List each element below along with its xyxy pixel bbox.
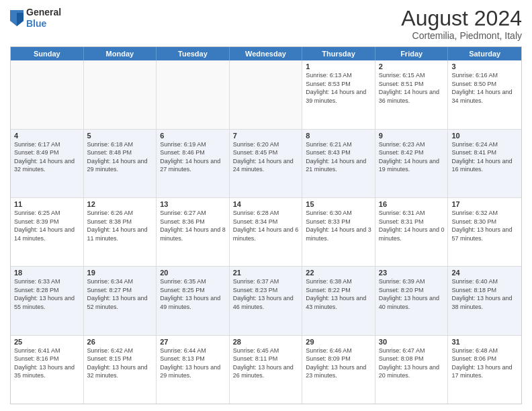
calendar-row-1: 4Sunrise: 6:17 AM Sunset: 8:49 PM Daylig… xyxy=(11,130,521,198)
header-monday: Monday xyxy=(84,47,157,60)
calendar-cell-1-0: 4Sunrise: 6:17 AM Sunset: 8:49 PM Daylig… xyxy=(11,130,84,197)
cell-info-4-1: Sunrise: 6:42 AM Sunset: 8:15 PM Dayligh… xyxy=(87,347,153,380)
cell-date-2-0: 11 xyxy=(14,200,80,208)
calendar-cell-2-4: 15Sunrise: 6:30 AM Sunset: 8:33 PM Dayli… xyxy=(302,198,375,266)
calendar-cell-3-2: 20Sunrise: 6:35 AM Sunset: 8:25 PM Dayli… xyxy=(157,267,230,334)
cell-info-4-5: Sunrise: 6:47 AM Sunset: 8:08 PM Dayligh… xyxy=(379,347,445,380)
calendar-cell-4-1: 26Sunrise: 6:42 AM Sunset: 8:15 PM Dayli… xyxy=(84,336,157,404)
calendar-cell-1-3: 7Sunrise: 6:20 AM Sunset: 8:45 PM Daylig… xyxy=(230,130,303,197)
calendar-cell-0-0 xyxy=(11,60,84,128)
cell-date-4-6: 31 xyxy=(451,338,518,346)
cell-info-1-0: Sunrise: 6:17 AM Sunset: 8:49 PM Dayligh… xyxy=(14,140,80,174)
cell-info-3-4: Sunrise: 6:38 AM Sunset: 8:22 PM Dayligh… xyxy=(306,277,371,311)
calendar-cell-0-5: 2Sunrise: 6:15 AM Sunset: 8:51 PM Daylig… xyxy=(375,60,449,128)
calendar-cell-4-4: 29Sunrise: 6:46 AM Sunset: 8:09 PM Dayli… xyxy=(302,336,375,404)
calendar-cell-2-3: 14Sunrise: 6:28 AM Sunset: 8:34 PM Dayli… xyxy=(230,198,303,266)
cell-info-1-3: Sunrise: 6:20 AM Sunset: 8:45 PM Dayligh… xyxy=(233,140,299,174)
header: General Blue August 2024 Cortemilia, Pie… xyxy=(10,7,522,41)
cell-date-2-4: 15 xyxy=(306,200,371,208)
cell-date-2-1: 12 xyxy=(87,200,153,208)
calendar-cell-4-0: 25Sunrise: 6:41 AM Sunset: 8:16 PM Dayli… xyxy=(11,336,84,404)
calendar-cell-2-5: 16Sunrise: 6:31 AM Sunset: 8:31 PM Dayli… xyxy=(375,198,449,266)
cell-info-0-6: Sunrise: 6:16 AM Sunset: 8:50 PM Dayligh… xyxy=(451,71,518,105)
cell-date-2-3: 14 xyxy=(233,200,299,208)
header-saturday: Saturday xyxy=(448,47,521,60)
cell-info-2-3: Sunrise: 6:28 AM Sunset: 8:34 PM Dayligh… xyxy=(233,209,299,242)
logo-icon xyxy=(10,10,24,26)
calendar-cell-2-0: 11Sunrise: 6:25 AM Sunset: 8:39 PM Dayli… xyxy=(11,198,84,266)
cell-info-4-0: Sunrise: 6:41 AM Sunset: 8:16 PM Dayligh… xyxy=(14,347,80,380)
calendar-cell-2-2: 13Sunrise: 6:27 AM Sunset: 8:36 PM Dayli… xyxy=(157,198,230,266)
header-tuesday: Tuesday xyxy=(157,47,230,60)
calendar-row-0: 1Sunrise: 6:13 AM Sunset: 8:53 PM Daylig… xyxy=(11,60,521,129)
cell-date-4-3: 28 xyxy=(233,338,299,346)
logo-text-block: General Blue xyxy=(26,7,61,30)
cell-date-0-5: 2 xyxy=(379,62,445,71)
logo: General Blue xyxy=(10,7,61,30)
calendar-cell-0-1 xyxy=(84,60,157,128)
cell-date-1-4: 8 xyxy=(306,132,371,140)
calendar-cell-1-1: 5Sunrise: 6:18 AM Sunset: 8:48 PM Daylig… xyxy=(84,130,157,197)
cell-info-2-6: Sunrise: 6:32 AM Sunset: 8:30 PM Dayligh… xyxy=(451,209,518,242)
cell-date-1-3: 7 xyxy=(233,132,299,140)
cell-date-3-6: 24 xyxy=(451,269,518,277)
calendar-cell-3-0: 18Sunrise: 6:33 AM Sunset: 8:28 PM Dayli… xyxy=(11,267,84,334)
cell-info-1-6: Sunrise: 6:24 AM Sunset: 8:41 PM Dayligh… xyxy=(451,140,518,174)
cell-info-2-2: Sunrise: 6:27 AM Sunset: 8:36 PM Dayligh… xyxy=(160,209,226,242)
cell-info-3-6: Sunrise: 6:40 AM Sunset: 8:18 PM Dayligh… xyxy=(451,277,518,311)
cell-info-0-4: Sunrise: 6:13 AM Sunset: 8:53 PM Dayligh… xyxy=(306,71,371,105)
calendar-header: Sunday Monday Tuesday Wednesday Thursday… xyxy=(11,47,521,60)
calendar-cell-4-6: 31Sunrise: 6:48 AM Sunset: 8:06 PM Dayli… xyxy=(448,336,521,404)
calendar-cell-0-2 xyxy=(157,60,230,128)
title-section: August 2024 Cortemilia, Piedmont, Italy xyxy=(401,7,522,41)
cell-info-3-5: Sunrise: 6:39 AM Sunset: 8:20 PM Dayligh… xyxy=(379,277,445,311)
header-sunday: Sunday xyxy=(11,47,84,60)
calendar-cell-4-5: 30Sunrise: 6:47 AM Sunset: 8:08 PM Dayli… xyxy=(375,336,449,404)
main-title: August 2024 xyxy=(401,7,522,30)
cell-info-1-1: Sunrise: 6:18 AM Sunset: 8:48 PM Dayligh… xyxy=(87,140,153,174)
cell-info-3-1: Sunrise: 6:34 AM Sunset: 8:27 PM Dayligh… xyxy=(87,277,153,311)
cell-info-1-2: Sunrise: 6:19 AM Sunset: 8:46 PM Dayligh… xyxy=(160,140,226,174)
calendar-cell-3-3: 21Sunrise: 6:37 AM Sunset: 8:23 PM Dayli… xyxy=(230,267,303,334)
calendar-cell-4-3: 28Sunrise: 6:45 AM Sunset: 8:11 PM Dayli… xyxy=(230,336,303,404)
calendar-cell-1-6: 10Sunrise: 6:24 AM Sunset: 8:41 PM Dayli… xyxy=(448,130,521,197)
calendar-cell-0-3 xyxy=(230,60,303,128)
cell-info-3-3: Sunrise: 6:37 AM Sunset: 8:23 PM Dayligh… xyxy=(233,277,299,311)
cell-info-0-5: Sunrise: 6:15 AM Sunset: 8:51 PM Dayligh… xyxy=(379,71,445,105)
cell-date-3-1: 19 xyxy=(87,269,153,277)
cell-date-3-4: 22 xyxy=(306,269,371,277)
cell-info-4-6: Sunrise: 6:48 AM Sunset: 8:06 PM Dayligh… xyxy=(451,347,518,380)
cell-date-1-1: 5 xyxy=(87,132,153,140)
calendar-cell-0-4: 1Sunrise: 6:13 AM Sunset: 8:53 PM Daylig… xyxy=(302,60,375,128)
cell-info-1-5: Sunrise: 6:23 AM Sunset: 8:42 PM Dayligh… xyxy=(379,140,445,174)
cell-info-4-2: Sunrise: 6:44 AM Sunset: 8:13 PM Dayligh… xyxy=(160,347,226,380)
cell-info-1-4: Sunrise: 6:21 AM Sunset: 8:43 PM Dayligh… xyxy=(306,140,371,174)
cell-date-2-2: 13 xyxy=(160,200,226,208)
cell-date-3-3: 21 xyxy=(233,269,299,277)
calendar-cell-3-1: 19Sunrise: 6:34 AM Sunset: 8:27 PM Dayli… xyxy=(84,267,157,334)
cell-date-4-1: 26 xyxy=(87,338,153,346)
cell-date-3-5: 23 xyxy=(379,269,445,277)
cell-date-1-2: 6 xyxy=(160,132,226,140)
header-friday: Friday xyxy=(375,47,449,60)
calendar-row-3: 18Sunrise: 6:33 AM Sunset: 8:28 PM Dayli… xyxy=(11,267,521,335)
cell-info-2-5: Sunrise: 6:31 AM Sunset: 8:31 PM Dayligh… xyxy=(379,209,445,242)
cell-info-2-1: Sunrise: 6:26 AM Sunset: 8:38 PM Dayligh… xyxy=(87,209,153,242)
cell-info-4-3: Sunrise: 6:45 AM Sunset: 8:11 PM Dayligh… xyxy=(233,347,299,380)
calendar-cell-1-5: 9Sunrise: 6:23 AM Sunset: 8:42 PM Daylig… xyxy=(375,130,449,197)
cell-date-3-2: 20 xyxy=(160,269,226,277)
page: General Blue August 2024 Cortemilia, Pie… xyxy=(0,0,532,411)
cell-date-4-5: 30 xyxy=(379,338,445,346)
calendar-row-4: 25Sunrise: 6:41 AM Sunset: 8:16 PM Dayli… xyxy=(11,336,521,404)
calendar-cell-3-4: 22Sunrise: 6:38 AM Sunset: 8:22 PM Dayli… xyxy=(302,267,375,334)
logo-blue: Blue xyxy=(26,18,61,30)
cell-date-2-6: 17 xyxy=(451,200,518,208)
cell-date-1-5: 9 xyxy=(379,132,445,140)
cell-date-4-0: 25 xyxy=(14,338,80,346)
calendar: Sunday Monday Tuesday Wednesday Thursday… xyxy=(10,46,522,404)
calendar-cell-1-2: 6Sunrise: 6:19 AM Sunset: 8:46 PM Daylig… xyxy=(157,130,230,197)
calendar-cell-4-2: 27Sunrise: 6:44 AM Sunset: 8:13 PM Dayli… xyxy=(157,336,230,404)
cell-date-1-6: 10 xyxy=(451,132,518,140)
cell-info-2-4: Sunrise: 6:30 AM Sunset: 8:33 PM Dayligh… xyxy=(306,209,371,242)
subtitle: Cortemilia, Piedmont, Italy xyxy=(401,30,522,41)
